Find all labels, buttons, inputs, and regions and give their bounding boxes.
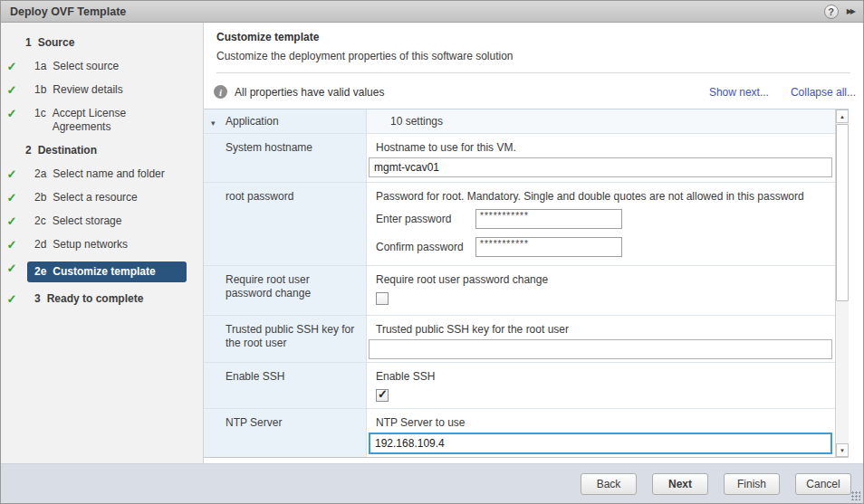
category-row-application: ▾ Application 10 settings	[204, 109, 835, 134]
sidebar-step-customize-template[interactable]: ✓ 2eCustomize template	[1, 257, 203, 288]
sidebar-step-accept-license[interactable]: ✓ 1cAccept License Agreements	[1, 102, 203, 139]
check-icon: ✓	[1, 167, 23, 181]
property-description: Trusted public SSH key for the root user	[376, 323, 831, 336]
cancel-button[interactable]: Cancel	[795, 473, 851, 495]
row-system-hostname: System hostname Hostname to use for this…	[204, 134, 835, 183]
property-label: NTP Server	[204, 409, 367, 457]
info-icon: i	[214, 85, 227, 99]
row-root-password: root password Password for root. Mandato…	[204, 183, 835, 267]
scrollbar-thumb[interactable]	[836, 124, 849, 301]
page-subtitle: Customize the deployment properties of t…	[216, 50, 850, 62]
property-label: root password	[204, 183, 367, 266]
check-icon: ✓	[1, 214, 23, 228]
property-description: Require root user password change	[376, 273, 831, 286]
confirm-password-input[interactable]	[475, 237, 622, 257]
check-icon: ✓	[1, 83, 23, 97]
sidebar-step-setup-networks[interactable]: ✓ 2dSetup networks	[1, 233, 203, 257]
fast-forward-icon[interactable]: ▶▶	[847, 7, 854, 15]
property-description: NTP Server to use	[376, 416, 831, 429]
sidebar-step-review-details[interactable]: ✓ 1bReview details	[1, 79, 203, 102]
sidebar-step-select-resource[interactable]: ✓ 2bSelect a resource	[1, 186, 203, 210]
resize-grip[interactable]	[851, 491, 860, 500]
check-icon: ✓	[1, 60, 23, 73]
system-hostname-input[interactable]	[369, 157, 832, 177]
row-enable-ssh: Enable SSH Enable SSH	[204, 363, 835, 410]
next-button[interactable]: Next	[652, 473, 708, 495]
row-ntp-server: NTP Server NTP Server to use	[204, 409, 835, 457]
ntp-server-input[interactable]	[369, 433, 832, 454]
vertical-scrollbar[interactable]: ▲ ▼	[835, 109, 849, 457]
trusted-ssh-key-input[interactable]	[369, 339, 832, 359]
check-icon: ✓	[1, 191, 23, 204]
dialog-titlebar: Deploy OVF Template ? ▶▶	[1, 1, 863, 23]
help-icon[interactable]: ?	[824, 5, 839, 19]
chevron-down-icon[interactable]: ▾	[211, 117, 216, 130]
sidebar-step-ready-to-complete[interactable]: ✓ 3Ready to complete	[1, 288, 203, 311]
property-description: Enable SSH	[376, 370, 831, 383]
row-require-password-change: Require root user password change Requir…	[204, 266, 835, 316]
dialog-title: Deploy OVF Template	[10, 5, 824, 18]
property-description: Password for root. Mandatory. Single and…	[376, 190, 831, 203]
property-label: Require root user password change	[204, 266, 367, 315]
properties-table: ▾ Application 10 settings System hostnam…	[204, 109, 849, 458]
sidebar-step-destination: 2Destination	[1, 139, 203, 163]
back-button[interactable]: Back	[581, 473, 637, 495]
enable-ssh-checkbox[interactable]	[376, 389, 389, 402]
confirm-password-label: Confirm password	[376, 241, 475, 253]
property-label: Enable SSH	[204, 363, 367, 409]
sidebar-step-select-storage[interactable]: ✓ 2cSelect storage	[1, 210, 203, 233]
property-description: Hostname to use for this VM.	[376, 141, 831, 154]
enter-password-label: Enter password	[376, 213, 475, 225]
wizard-footer: Back Next Finish Cancel	[1, 463, 863, 503]
validation-status-row: i All properties have valid values Show …	[204, 73, 863, 109]
require-password-change-checkbox[interactable]	[376, 292, 389, 305]
check-icon: ✓	[1, 262, 23, 275]
sidebar-step-source: 1Source	[1, 32, 203, 55]
property-label: Trusted public SSH key for the root user	[204, 316, 367, 362]
check-icon: ✓	[1, 238, 23, 252]
category-label: Application	[226, 115, 279, 128]
row-trusted-ssh-key: Trusted public SSH key for the root user…	[204, 316, 835, 363]
check-icon: ✓	[1, 107, 23, 120]
sidebar-step-select-source[interactable]: ✓ 1aSelect source	[1, 55, 203, 79]
show-next-link[interactable]: Show next...	[709, 86, 769, 99]
finish-button[interactable]: Finish	[724, 473, 780, 495]
category-summary: 10 settings	[367, 109, 835, 133]
collapse-all-link[interactable]: Collapse all...	[791, 86, 856, 99]
check-icon: ✓	[1, 292, 23, 306]
scroll-up-icon[interactable]: ▲	[836, 109, 849, 123]
deploy-ovf-template-dialog: Deploy OVF Template ? ▶▶ 1Source ✓ 1aSel…	[0, 0, 864, 504]
wizard-steps-sidebar: 1Source ✓ 1aSelect source ✓ 1bReview det…	[1, 23, 204, 463]
validation-status-text: All properties have valid values	[235, 86, 384, 99]
property-label: System hostname	[204, 134, 367, 182]
scroll-down-icon[interactable]: ▼	[836, 443, 849, 457]
sidebar-step-select-name-folder[interactable]: ✓ 2aSelect name and folder	[1, 163, 203, 186]
customize-template-panel: Customize template Customize the deploym…	[204, 23, 863, 463]
enter-password-input[interactable]	[475, 209, 622, 229]
page-title: Customize template	[216, 31, 850, 43]
category-header-cell[interactable]: ▾ Application	[204, 109, 367, 133]
